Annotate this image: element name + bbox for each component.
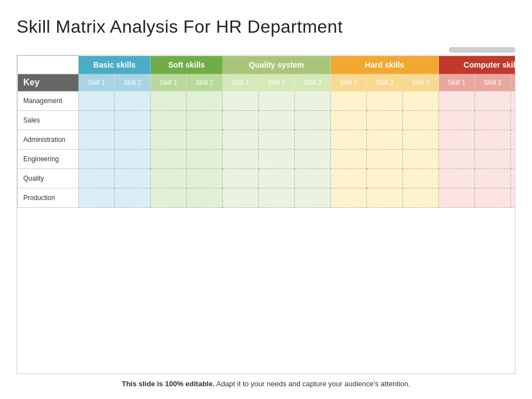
row-label-production: Production <box>18 188 79 208</box>
cell <box>367 150 403 169</box>
cell <box>511 188 515 208</box>
cell <box>115 91 151 111</box>
skill-header-quality-2: Skill 2 <box>259 74 295 91</box>
cell <box>439 188 475 208</box>
scrollbar-area <box>17 47 515 53</box>
cell <box>403 188 439 208</box>
cell <box>403 130 439 150</box>
cell <box>79 91 115 111</box>
cell <box>79 150 115 169</box>
cell <box>331 130 367 150</box>
cell <box>295 130 331 150</box>
cell <box>367 188 403 208</box>
cell <box>151 169 187 188</box>
cell <box>331 188 367 208</box>
cell <box>403 150 439 169</box>
cell <box>187 150 223 169</box>
cell <box>295 91 331 111</box>
cell <box>403 91 439 111</box>
cell <box>511 111 515 130</box>
cell <box>223 91 259 111</box>
header-quality-system: Quality system <box>223 56 331 74</box>
row-label-administration: Administration <box>18 130 79 150</box>
cell <box>79 130 115 150</box>
category-header-row: Basic skills Soft skills Quality system … <box>18 56 516 74</box>
page-title: Skill Matrix Analysis For HR Department <box>17 17 515 37</box>
cell <box>439 150 475 169</box>
skill-header-basic-1: Skill 1 <box>79 74 115 91</box>
cell <box>367 111 403 130</box>
cell <box>367 130 403 150</box>
cell <box>475 91 511 111</box>
table-row: Administration <box>18 130 516 150</box>
cell <box>223 169 259 188</box>
table-row: Sales <box>18 111 516 130</box>
cell <box>331 111 367 130</box>
cell <box>331 91 367 111</box>
cell <box>331 150 367 169</box>
skill-header-soft-2: Skill 2 <box>187 74 223 91</box>
cell <box>223 150 259 169</box>
cell <box>151 111 187 130</box>
table-row: Engineering <box>18 150 516 169</box>
skill-header-hard-3: Skill 3 <box>403 74 439 91</box>
cell <box>511 150 515 169</box>
cell <box>295 188 331 208</box>
cell <box>151 188 187 208</box>
cell <box>79 111 115 130</box>
cell <box>475 169 511 188</box>
cell <box>439 111 475 130</box>
table-row: Production <box>18 188 516 208</box>
key-label-cell: Key <box>18 74 79 91</box>
cell <box>295 150 331 169</box>
footer-bold: This slide is 100% editable. <box>122 380 215 388</box>
cell <box>475 150 511 169</box>
cell <box>295 111 331 130</box>
cell <box>367 91 403 111</box>
header-computer-skills: Computer skills <box>439 56 515 74</box>
skill-header-soft-1: Skill 1 <box>151 74 187 91</box>
cell <box>79 169 115 188</box>
cell <box>475 111 511 130</box>
row-label-engineering: Engineering <box>18 150 79 169</box>
cell <box>259 130 295 150</box>
scrollbar-thumb[interactable] <box>449 47 515 53</box>
cell <box>115 150 151 169</box>
header-empty-cell <box>18 56 79 74</box>
cell <box>187 111 223 130</box>
matrix-container: Basic skills Soft skills Quality system … <box>17 55 515 374</box>
cell <box>403 111 439 130</box>
cell <box>223 111 259 130</box>
skill-header-computer-1: Skill 1 <box>439 74 475 91</box>
cell <box>259 91 295 111</box>
header-hard-skills: Hard skills <box>331 56 439 74</box>
cell <box>403 169 439 188</box>
cell <box>187 169 223 188</box>
cell <box>187 91 223 111</box>
cell <box>331 169 367 188</box>
header-soft-skills: Soft skills <box>151 56 223 74</box>
skill-header-hard-2: Skill 2 <box>367 74 403 91</box>
cell <box>511 91 515 111</box>
cell <box>511 169 515 188</box>
cell <box>439 169 475 188</box>
cell <box>259 150 295 169</box>
skill-header-quality-1: Skill 1 <box>223 74 259 91</box>
row-label-quality: Quality <box>18 169 79 188</box>
cell <box>151 150 187 169</box>
cell <box>475 188 511 208</box>
cell <box>475 130 511 150</box>
skill-header-basic-2: Skill 2 <box>115 74 151 91</box>
page-wrapper: Skill Matrix Analysis For HR Department … <box>0 0 532 399</box>
footer-text: This slide is 100% editable. Adapt it to… <box>17 380 515 388</box>
cell <box>187 130 223 150</box>
skill-header-row: Key Skill 1 Skill 2 Skill 1 Skill 2 Skil… <box>18 74 516 91</box>
cell <box>115 111 151 130</box>
cell <box>151 130 187 150</box>
cell <box>259 188 295 208</box>
cell <box>439 130 475 150</box>
table-row: Quality <box>18 169 516 188</box>
skill-header-computer-2: Skill 2 <box>475 74 511 91</box>
header-basic-skills: Basic skills <box>79 56 151 74</box>
skill-header-hard-1: Skill 1 <box>331 74 367 91</box>
